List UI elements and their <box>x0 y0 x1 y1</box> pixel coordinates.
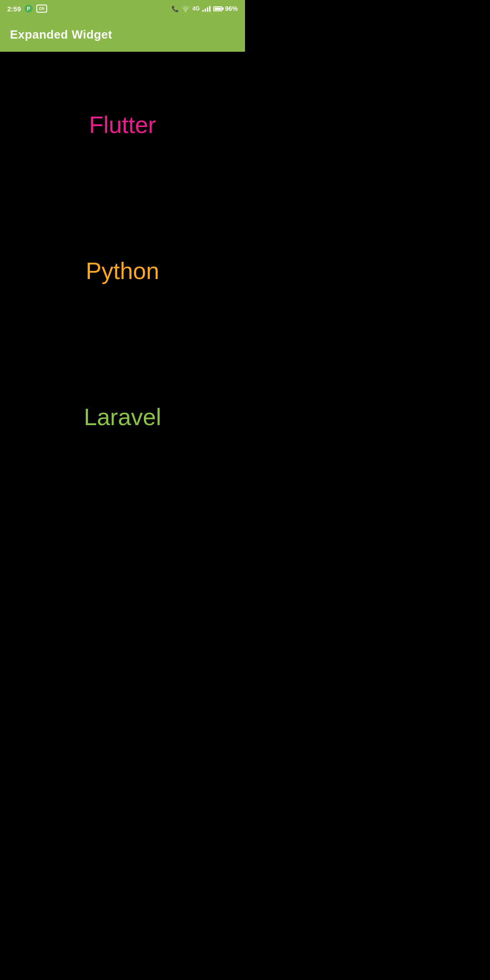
battery-percent: 96% <box>225 5 238 12</box>
battery-icon <box>213 6 222 11</box>
status-time: 2:59 <box>7 5 21 13</box>
flutter-label: Flutter <box>89 111 156 138</box>
parking-icon: P <box>24 5 33 13</box>
status-left: 2:59 P Dh <box>7 5 47 13</box>
network-left-label: 4G <box>192 5 200 12</box>
app-bar-title: Expanded Widget <box>10 28 112 42</box>
content-area: Flutter Python Laravel <box>0 52 245 490</box>
disney-icon: Dh <box>36 5 47 13</box>
python-label: Python <box>86 257 159 284</box>
python-section: Python <box>0 198 245 344</box>
voip-icon: 📞 <box>172 5 179 12</box>
flutter-section: Flutter <box>0 52 245 198</box>
wifi-icon <box>181 5 190 12</box>
status-right: 📞 4G 96% <box>172 5 238 12</box>
app-bar: Expanded Widget <box>0 17 245 52</box>
laravel-section: Laravel <box>0 344 245 490</box>
status-bar: 2:59 P Dh 📞 4G 96% <box>0 0 245 17</box>
laravel-label: Laravel <box>84 403 162 431</box>
signal-bars-icon <box>202 5 211 12</box>
